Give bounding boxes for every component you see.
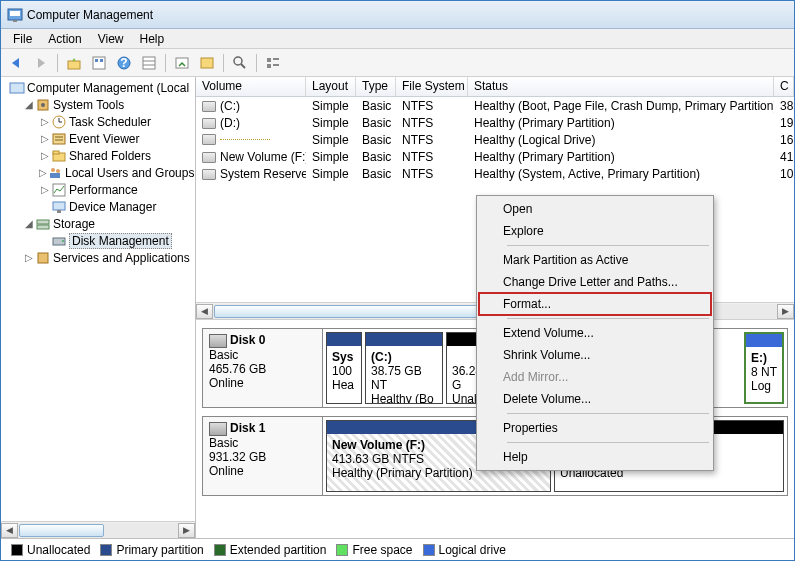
tree-disk-management[interactable]: Disk Management [3,232,193,249]
svg-point-22 [41,103,45,107]
svg-rect-36 [57,210,61,213]
svg-rect-13 [201,58,213,68]
tree-event-viewer[interactable]: ▷Event Viewer [3,130,193,147]
legend-swatch-free [336,544,348,556]
col-layout[interactable]: Layout [306,77,356,96]
col-status[interactable]: Status [468,77,774,96]
menu-bar: File Action View Help [1,29,794,49]
svg-rect-41 [38,253,48,263]
svg-rect-20 [10,83,24,93]
disk-icon [209,422,227,436]
refresh-button[interactable] [171,52,193,74]
volume-row[interactable]: System ReservedSimpleBasicNTFSHealthy (S… [196,165,794,182]
col-filesystem[interactable]: File System [396,77,468,96]
legend-swatch-unallocated [11,544,23,556]
drive-icon [202,134,216,145]
svg-rect-1 [10,11,20,16]
ctx-mark-active[interactable]: Mark Partition as Active [479,249,711,271]
svg-rect-3 [68,61,80,69]
col-type[interactable]: Type [356,77,396,96]
svg-rect-37 [37,220,49,224]
svg-line-15 [241,64,245,68]
ctx-explore[interactable]: Explore [479,220,711,242]
disk-info[interactable]: Disk 1 Basic 931.32 GB Online [203,417,323,495]
svg-rect-30 [53,151,59,154]
tree-shared-folders[interactable]: ▷Shared Folders [3,147,193,164]
svg-point-40 [62,240,64,242]
help-button[interactable]: ? [113,52,135,74]
svg-point-32 [56,169,60,173]
drive-icon [202,118,216,129]
col-last[interactable]: C [774,77,794,96]
ctx-properties[interactable]: Properties [479,417,711,439]
svg-rect-16 [267,58,271,62]
drive-icon [202,152,216,163]
tree-storage[interactable]: ◢Storage [3,215,193,232]
nav-tree: Computer Management (Local ◢System Tools… [1,77,196,538]
list-button[interactable] [262,52,284,74]
legend: Unallocated Primary partition Extended p… [1,538,794,560]
app-icon [7,7,23,23]
legend-swatch-logical [423,544,435,556]
partition-logical[interactable]: E:)8 NTLog [744,332,784,404]
tree-task-scheduler[interactable]: ▷Task Scheduler [3,113,193,130]
col-volume[interactable]: Volume [196,77,306,96]
tree-performance[interactable]: ▷Performance [3,181,193,198]
ctx-shrink-volume[interactable]: Shrink Volume... [479,344,711,366]
volume-row[interactable]: SimpleBasicNTFSHealthy (Logical Drive)16 [196,131,794,148]
views-button[interactable] [138,52,160,74]
svg-rect-2 [13,20,17,22]
tree-systools[interactable]: ◢System Tools [3,96,193,113]
ctx-help[interactable]: Help [479,446,711,468]
tree-device-manager[interactable]: Device Manager [3,198,193,215]
ctx-extend-volume[interactable]: Extend Volume... [479,322,711,344]
menu-action[interactable]: Action [40,30,89,48]
window-title: Computer Management [27,8,153,22]
tree-services-apps[interactable]: ▷Services and Applications [3,249,193,266]
volume-list-header: Volume Layout Type File System Status C [196,77,794,97]
toolbar: ? [1,49,794,77]
svg-rect-26 [53,134,65,144]
partition[interactable]: (C:)38.75 GB NTHealthy (Bo [365,332,443,404]
svg-rect-9 [143,57,155,69]
settings-button[interactable] [196,52,218,74]
svg-rect-38 [37,225,49,229]
svg-rect-33 [50,173,60,178]
back-button[interactable] [5,52,27,74]
drive-icon [202,101,216,112]
up-button[interactable] [63,52,85,74]
tree-hscroll[interactable]: ◀▶ [1,521,195,538]
drive-icon [202,169,216,180]
svg-rect-6 [100,59,103,62]
volume-row[interactable]: (C:)SimpleBasicNTFSHealthy (Boot, Page F… [196,97,794,114]
ctx-add-mirror: Add Mirror... [479,366,711,388]
disk-icon [209,334,227,348]
menu-file[interactable]: File [5,30,40,48]
menu-view[interactable]: View [90,30,132,48]
legend-swatch-primary [100,544,112,556]
svg-point-14 [234,57,242,65]
tree-local-users[interactable]: ▷Local Users and Groups [3,164,193,181]
volume-row[interactable]: New Volume (F:)SimpleBasicNTFSHealthy (P… [196,148,794,165]
svg-rect-35 [53,202,65,210]
disk-info[interactable]: Disk 0 Basic 465.76 GB Online [203,329,323,407]
svg-rect-17 [267,64,271,68]
svg-rect-5 [95,59,98,62]
properties-button[interactable] [88,52,110,74]
action-button[interactable] [229,52,251,74]
svg-text:?: ? [120,56,127,70]
window-titlebar: Computer Management [1,1,794,29]
partition[interactable]: Sys100Hea [326,332,362,404]
legend-swatch-extended [214,544,226,556]
ctx-change-drive-letter[interactable]: Change Drive Letter and Paths... [479,271,711,293]
tree-root[interactable]: Computer Management (Local [3,79,193,96]
forward-button[interactable] [30,52,52,74]
svg-rect-19 [273,64,279,66]
volume-row[interactable]: (D:)SimpleBasicNTFSHealthy (Primary Part… [196,114,794,131]
ctx-format[interactable]: Format... [479,293,711,315]
svg-rect-18 [273,58,279,60]
menu-help[interactable]: Help [132,30,173,48]
svg-rect-4 [93,57,105,69]
ctx-open[interactable]: Open [479,198,711,220]
ctx-delete-volume[interactable]: Delete Volume... [479,388,711,410]
